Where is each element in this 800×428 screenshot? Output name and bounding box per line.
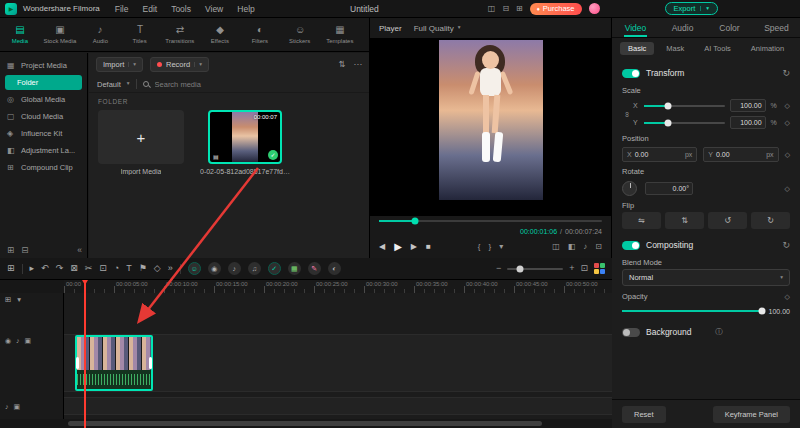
rotate-cw-button[interactable]: ↻ bbox=[751, 212, 790, 229]
fit-timeline-icon[interactable]: ⊡ bbox=[580, 264, 588, 273]
ai-feature-icon-1[interactable]: ☺ bbox=[188, 262, 201, 275]
timeline-horizontal-scrollbar[interactable] bbox=[68, 421, 542, 426]
mark-out-icon[interactable]: } bbox=[488, 243, 491, 251]
reset-transform-icon[interactable]: ↻ bbox=[782, 69, 790, 78]
quality-dropdown[interactable]: Full Quality ▾ bbox=[414, 24, 461, 33]
tab-color[interactable]: Color bbox=[706, 18, 753, 37]
tab-stock-media[interactable]: ▣ Stock Media bbox=[40, 25, 80, 44]
zoom-handle[interactable] bbox=[516, 265, 523, 272]
search-input[interactable] bbox=[155, 80, 361, 89]
tab-audio[interactable]: ♪ Audio bbox=[80, 25, 120, 44]
add-track-icon[interactable]: ⊞ bbox=[5, 296, 11, 304]
lock-icon[interactable]: ▣ bbox=[25, 337, 32, 344]
position-keyframe-icon[interactable]: ◇ bbox=[785, 151, 790, 158]
tab-titles[interactable]: T Titles bbox=[120, 25, 160, 44]
sidebar-item-adjustment-layer[interactable]: ◧ Adjustment La... bbox=[0, 142, 87, 159]
lock-icon[interactable]: ▣ bbox=[14, 403, 21, 410]
speaker-icon[interactable]: ♪ bbox=[583, 243, 587, 251]
keyframe-panel-button[interactable]: Keyframe Panel bbox=[713, 406, 790, 423]
import-media-tile[interactable]: + bbox=[98, 110, 184, 164]
tab-templates[interactable]: ▦ Templates bbox=[320, 25, 360, 44]
sidebar-item-global-media[interactable]: ◎ Global Media bbox=[0, 91, 87, 108]
subtab-basic[interactable]: Basic bbox=[620, 42, 654, 55]
ai-feature-icon-5[interactable]: ✓ bbox=[268, 262, 281, 275]
scale-y-handle[interactable] bbox=[665, 119, 672, 126]
marker-icon[interactable]: ⚑ bbox=[139, 264, 147, 273]
opacity-slider[interactable] bbox=[622, 310, 762, 312]
position-y-field[interactable]: Y 0.00 px bbox=[703, 147, 778, 162]
zoom-out-icon[interactable]: − bbox=[496, 264, 501, 273]
rotate-value[interactable]: 0.00° bbox=[645, 182, 693, 195]
marker-dropdown-icon[interactable]: ▾ bbox=[499, 243, 503, 251]
scale-y-value[interactable]: 100.00 bbox=[730, 116, 766, 129]
position-x-field[interactable]: X 0.00 px bbox=[622, 147, 697, 162]
eye-icon[interactable]: ◉ bbox=[5, 337, 11, 344]
subtab-mask[interactable]: Mask bbox=[658, 42, 692, 55]
purchase-button[interactable]: ♦ Purchase bbox=[530, 3, 582, 15]
split-icon[interactable]: ✂ bbox=[85, 264, 93, 273]
flip-vertical-button[interactable]: ⇅ bbox=[665, 212, 704, 229]
tab-stickers[interactable]: ☺ Stickers bbox=[280, 25, 320, 44]
stop-button[interactable]: ■ bbox=[426, 243, 431, 251]
user-avatar[interactable] bbox=[589, 3, 600, 14]
ai-feature-icon-7[interactable]: ✎ bbox=[308, 262, 321, 275]
zoom-in-icon[interactable]: + bbox=[569, 264, 574, 273]
blend-mode-dropdown[interactable]: Normal ▾ bbox=[622, 269, 790, 286]
flip-horizontal-button[interactable]: ⇋ bbox=[622, 212, 661, 229]
scale-x-value[interactable]: 100.00 bbox=[730, 99, 766, 112]
speed-icon[interactable]: ◔ bbox=[114, 264, 119, 273]
collapse-sidebar-icon[interactable]: « bbox=[77, 246, 82, 255]
menu-file[interactable]: File bbox=[108, 4, 136, 14]
undo-icon[interactable]: ↶ bbox=[41, 264, 49, 273]
menu-view[interactable]: View bbox=[198, 4, 230, 14]
menu-help[interactable]: Help bbox=[230, 4, 261, 14]
transform-toggle[interactable] bbox=[622, 69, 640, 78]
track-options-caret-icon[interactable]: ▾ bbox=[17, 296, 21, 304]
display-mode-icon[interactable]: ◫ bbox=[552, 243, 560, 251]
tab-video[interactable]: Video bbox=[612, 18, 659, 37]
sidebar-item-compound-clip[interactable]: ⊞ Compound Clip bbox=[0, 159, 87, 176]
sidebar-item-influence-kit[interactable]: ◈ Influence Kit bbox=[0, 125, 87, 142]
timeline-clip[interactable] bbox=[75, 335, 153, 391]
progress-handle[interactable] bbox=[411, 218, 418, 225]
reset-compositing-icon[interactable]: ↻ bbox=[782, 241, 790, 250]
audio-track-lane[interactable] bbox=[64, 397, 612, 415]
record-button[interactable]: Record ▾ bbox=[150, 57, 209, 72]
more-tools-icon[interactable]: » bbox=[168, 264, 173, 273]
playhead[interactable] bbox=[84, 280, 86, 428]
previous-frame-button[interactable]: ◀ bbox=[379, 243, 385, 251]
delete-folder-icon[interactable]: ⊟ bbox=[21, 246, 28, 255]
sidebar-item-project-media[interactable]: ▦ Project Media bbox=[0, 57, 87, 74]
subtab-animation[interactable]: Animation bbox=[743, 42, 792, 55]
import-button[interactable]: Import ▾ bbox=[96, 57, 143, 72]
tab-audio-props[interactable]: Audio bbox=[659, 18, 706, 37]
tab-effects[interactable]: ◆ Effects bbox=[200, 25, 240, 44]
media-clip-thumbnail[interactable]: 00:00:07 ▤ ✓ bbox=[208, 110, 282, 164]
sidebar-item-folder[interactable]: Folder bbox=[5, 75, 82, 90]
manage-tracks-icon[interactable]: ⊞ bbox=[7, 264, 15, 273]
dual-screen-icon[interactable]: ⊟ bbox=[502, 5, 509, 13]
opacity-handle[interactable] bbox=[758, 308, 765, 315]
sidebar-item-cloud-media[interactable]: ▢ Cloud Media bbox=[0, 108, 87, 125]
ai-feature-icon-8[interactable]: ◐ bbox=[328, 262, 341, 275]
export-button[interactable]: Export ▾ bbox=[665, 2, 718, 15]
background-toggle[interactable] bbox=[622, 328, 640, 337]
scale-y-keyframe-icon[interactable]: ◇ bbox=[785, 119, 790, 126]
redo-icon[interactable]: ↷ bbox=[56, 264, 64, 273]
sort-filter-icon[interactable]: ⇅ bbox=[338, 60, 345, 69]
new-folder-icon[interactable]: ⊞ bbox=[7, 246, 14, 255]
play-button[interactable]: ▶ bbox=[394, 242, 402, 252]
rotate-knob[interactable] bbox=[622, 181, 637, 196]
ai-feature-icon-6[interactable]: ▦ bbox=[288, 262, 301, 275]
pointer-tool-icon[interactable]: ▸ bbox=[30, 264, 35, 273]
subtab-ai-tools[interactable]: AI Tools bbox=[696, 42, 739, 55]
mark-in-icon[interactable]: { bbox=[478, 243, 481, 251]
scale-y-slider[interactable] bbox=[644, 122, 725, 124]
menu-edit[interactable]: Edit bbox=[135, 4, 164, 14]
delete-icon[interactable]: ⊠ bbox=[70, 264, 78, 273]
compositing-toggle[interactable] bbox=[622, 241, 640, 250]
menu-tools[interactable]: Tools bbox=[164, 4, 198, 14]
default-filter-dropdown[interactable]: Default bbox=[97, 80, 121, 89]
mute-icon[interactable]: ♪ bbox=[16, 337, 20, 344]
scale-x-keyframe-icon[interactable]: ◇ bbox=[785, 102, 790, 109]
